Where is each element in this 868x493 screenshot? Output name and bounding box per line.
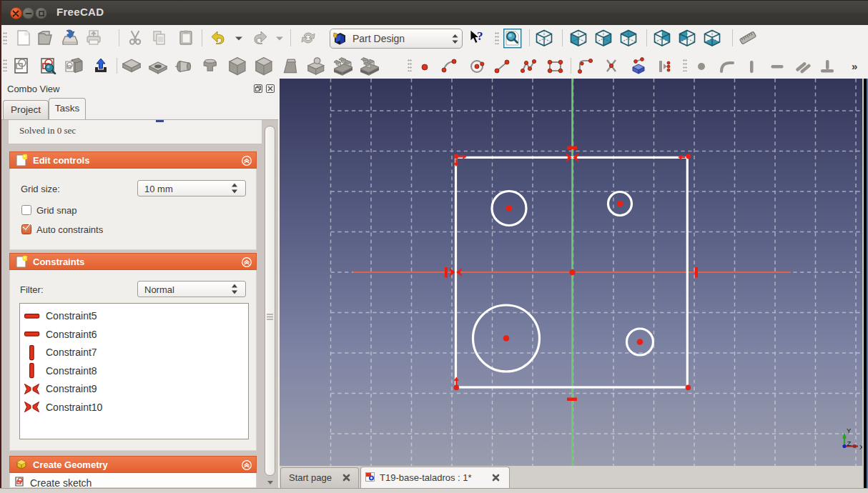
svg-text:?: ? (477, 29, 483, 43)
svg-text:Z: Z (847, 439, 852, 447)
svg-text:Y: Y (847, 427, 852, 434)
